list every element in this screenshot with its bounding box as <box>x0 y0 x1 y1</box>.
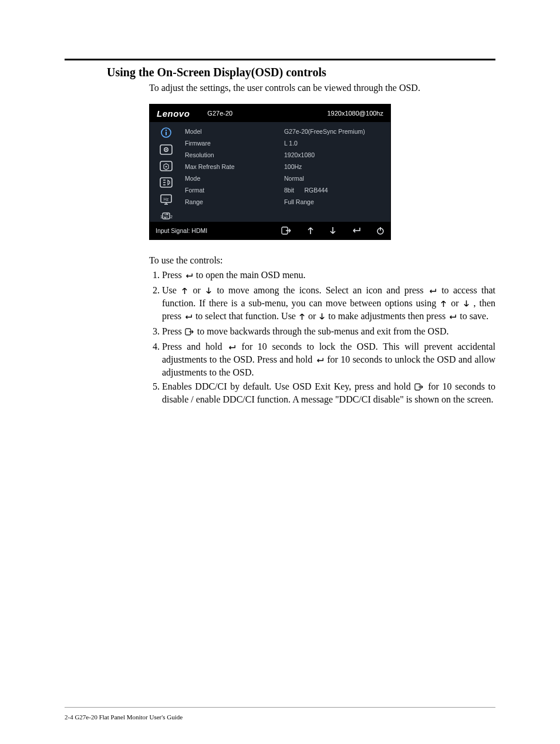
section-title: Using the On-Screen Display(OSD) control… <box>107 66 495 79</box>
footer-rule <box>65 707 495 708</box>
osd-value: G27e-20(FreeSync Premium) <box>284 128 384 135</box>
step-text: Press and hold <box>162 341 227 351</box>
exit-icon <box>185 327 194 339</box>
list-item: Press to move backwards through the sub-… <box>162 326 495 339</box>
svg-point-7 <box>166 166 167 168</box>
arrow-down-icon[interactable] <box>329 226 336 235</box>
controls-intro: To use the controls: <box>149 255 495 266</box>
top-rule <box>65 59 495 60</box>
svg-point-1 <box>166 130 167 131</box>
arrow-up-icon[interactable] <box>307 226 314 235</box>
svg-point-5 <box>166 149 167 150</box>
enter-icon <box>316 355 324 367</box>
step-text: or <box>193 285 205 295</box>
step-text: or <box>451 298 462 308</box>
list-item: Use or to move among the icons. Select a… <box>162 285 495 323</box>
step-text: to move among the icons. Select an icon … <box>217 285 427 295</box>
info-icon[interactable] <box>160 127 172 138</box>
enter-icon <box>228 342 236 354</box>
list-item: Press and hold for 10 seconds to lock th… <box>162 341 495 378</box>
osd-value: 100Hz <box>284 163 384 170</box>
osd-label: Format <box>185 187 282 194</box>
svg-rect-13 <box>163 213 170 219</box>
step-text: Enables DDC/CI by default. Use OSD Exit … <box>162 381 414 391</box>
osd-resolution-header: 1920x1080@100hz <box>327 110 383 117</box>
step-text: to move backwards through the sub-menus … <box>197 326 449 336</box>
intro-text: To adjust the settings, the user control… <box>149 83 495 93</box>
game-icon[interactable] <box>160 161 173 171</box>
arrow-down-icon <box>205 286 212 297</box>
arrow-down-icon <box>463 299 470 310</box>
list-item: Press to open the main OSD menu. <box>162 269 495 282</box>
enter-icon[interactable] <box>352 227 361 234</box>
osd-values: G27e-20(FreeSync Premium) L 1.0 1920x108… <box>284 122 390 222</box>
power-icon[interactable] <box>376 226 384 235</box>
svg-rect-2 <box>166 132 167 136</box>
arrow-down-icon <box>319 312 325 323</box>
step-text: to make adjustments then press <box>328 311 448 321</box>
arrow-up-icon <box>181 286 188 297</box>
list-item: Enables DDC/CI by default. Use OSD Exit … <box>162 381 495 405</box>
osd-model-header: G27e-20 <box>207 110 232 117</box>
osd-input-signal: Input Signal: HDMI <box>156 227 207 234</box>
osd-value: Normal <box>284 175 384 182</box>
hz-icon[interactable]: Hz <box>160 194 173 205</box>
osd-brand: Lenovo <box>157 109 190 119</box>
steps-list: Press to open the main OSD menu. Use or … <box>149 269 495 405</box>
input-swap-icon[interactable]: 12 <box>159 211 173 221</box>
osd-label: Mode <box>185 175 282 182</box>
osd-value: 8bit RGB444 <box>284 187 384 194</box>
page-footer: 2-4 G27e-20 Flat Panel Monitor User's Gu… <box>65 713 183 721</box>
osd-label: Max Refresh Rate <box>185 163 282 170</box>
osd-label: Range <box>185 198 282 205</box>
picture-icon[interactable] <box>160 144 173 155</box>
step-text: Press <box>162 270 184 280</box>
osd-labels: Model Firmware Resolution Max Refresh Ra… <box>183 122 284 222</box>
step-text: or <box>308 311 318 321</box>
osd-header: Lenovo G27e-20 1920x1080@100hz <box>150 104 390 122</box>
menu-settings-icon[interactable] <box>160 177 173 188</box>
osd-sidebar: Hz 12 <box>150 122 183 222</box>
exit-icon <box>414 382 424 394</box>
osd-body: Hz 12 Model Firmware Resolution Max Refr… <box>150 122 390 222</box>
osd-footer: Input Signal: HDMI <box>150 222 390 239</box>
arrow-up-icon <box>440 299 447 310</box>
osd-value: 1920x1080 <box>284 151 384 158</box>
arrow-up-icon <box>299 312 305 323</box>
step-text: Press <box>162 326 184 336</box>
exit-icon[interactable] <box>281 226 292 235</box>
osd-label: Resolution <box>185 151 282 158</box>
osd-value: Full Range <box>284 198 384 205</box>
enter-icon <box>448 312 457 323</box>
enter-icon <box>429 286 437 297</box>
step-text: to select that function. Use <box>195 311 298 321</box>
osd-label: Firmware <box>185 140 282 147</box>
svg-rect-8 <box>160 178 172 187</box>
osd-label: Model <box>185 128 282 135</box>
step-text: Use <box>162 285 181 295</box>
enter-icon <box>185 270 193 282</box>
enter-icon <box>184 312 193 323</box>
svg-text:Hz: Hz <box>164 197 169 201</box>
step-text: to save. <box>460 311 488 321</box>
osd-value: L 1.0 <box>284 140 384 147</box>
step-text: to open the main OSD menu. <box>196 270 306 280</box>
osd-window: Lenovo G27e-20 1920x1080@100hz Hz 12 Mod… <box>149 104 391 240</box>
svg-text:2: 2 <box>170 215 173 219</box>
